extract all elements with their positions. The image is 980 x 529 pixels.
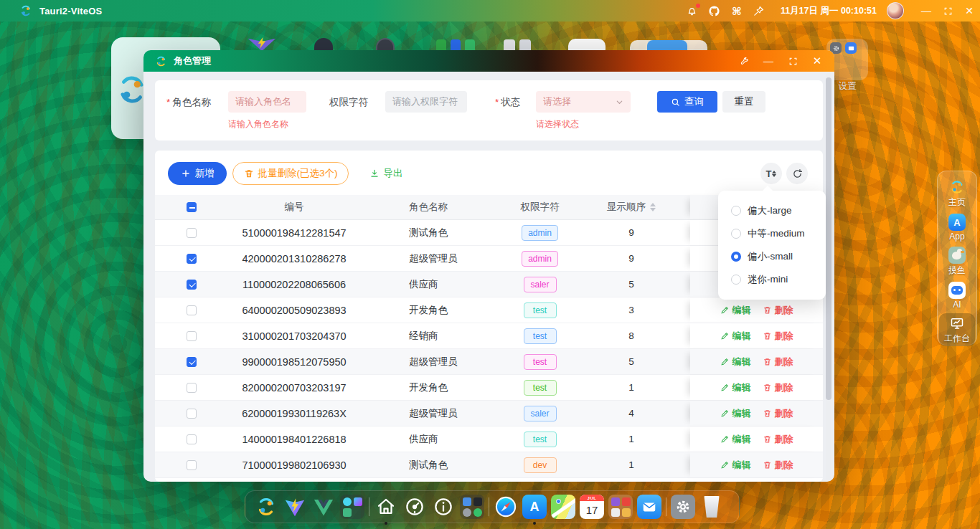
status-select[interactable]: 请选择 [536,91,631,113]
delete-button[interactable]: 删除 [763,433,793,446]
calendar-dock-icon[interactable]: JUL 17 [580,495,604,519]
role-name-input[interactable]: 请输入角色名 [228,91,306,113]
sidebar-item-app[interactable]: A App [939,212,975,243]
devtools-wrench-icon[interactable] [737,54,751,68]
batch-delete-button[interactable]: 批量删除(已选3个) [232,162,349,185]
pin-icon[interactable] [753,4,765,17]
desktop-icon[interactable] [647,40,687,50]
info-dock-icon[interactable] [431,495,456,519]
mail-dock-icon[interactable] [637,495,661,519]
row-checkbox[interactable] [187,305,197,315]
menu-item-small[interactable]: 偏小-small [718,245,826,268]
refresh-button[interactable] [786,163,808,184]
perm-char-input[interactable]: 请输入权限字符 [385,91,467,113]
header-id[interactable]: 编号 [215,201,373,214]
add-button[interactable]: 新增 [168,162,227,185]
row-checkbox[interactable] [187,460,197,470]
delete-button[interactable]: 删除 [763,407,793,420]
header-order[interactable]: 显示顺序 [585,201,678,214]
delete-button[interactable]: 删除 [763,459,793,472]
export-button[interactable]: 导出 [363,162,409,185]
window-titlebar[interactable]: 角色管理 — ✕ [143,50,834,72]
edit-button[interactable]: 编辑 [720,330,751,343]
table-row[interactable]: 140000198401226818 供应商 test 1 编辑删除 [155,426,823,452]
desktop-icon[interactable] [451,39,461,50]
status-select-value: 请选择 [543,95,571,108]
tauri-dock-icon[interactable] [254,495,278,519]
sidebar-item-moyu[interactable]: 摸鱼 [939,245,975,278]
home-dock-icon[interactable] [374,495,398,519]
table-row[interactable]: 710000199802106930 测试角色 dev 1 编辑删除 [155,452,823,478]
search-button[interactable]: 查询 [657,91,717,113]
delete-button[interactable]: 删除 [763,304,793,317]
users-desktop-icon[interactable] [504,39,515,50]
row-checkbox[interactable] [187,357,197,367]
delete-button[interactable]: 删除 [763,330,793,343]
window-maximize-button[interactable] [786,54,800,68]
sidebar-item-home[interactable]: 主页 [939,177,975,210]
window-title: 角色管理 [174,54,211,67]
dev-apps-group-icon[interactable] [340,495,364,519]
user-avatar[interactable] [887,2,904,19]
vue-dock-icon[interactable] [311,495,336,519]
dashboard-dock-icon[interactable] [402,495,427,519]
window-scrollbar[interactable] [826,73,831,480]
row-checkbox[interactable] [187,280,197,290]
sidebar-item-ai[interactable]: AI [939,280,975,311]
table-row[interactable]: 820000200703203197 开发角色 test 1 编辑删除 [155,375,823,401]
select-all-checkbox[interactable] [187,202,197,212]
monitor-icon [948,315,966,332]
row-checkbox[interactable] [187,409,197,419]
row-checkbox[interactable] [187,228,197,238]
font-size-button[interactable]: T [760,163,782,184]
table-row[interactable]: 640000200509023893 开发角色 test 3 编辑删除 [155,297,823,323]
notifications-bell-icon[interactable] [686,4,699,17]
app-store-dock-icon[interactable]: A [522,495,547,519]
vite-dock-icon[interactable] [283,495,307,519]
vite-desktop-icon[interactable] [247,37,277,50]
minimize-button[interactable]: — [915,0,937,22]
edit-button[interactable]: 编辑 [720,381,751,394]
command-icon[interactable]: ⌘ [730,4,743,17]
trash-dock-icon[interactable] [699,495,724,519]
users-desktop-icon[interactable] [519,39,531,50]
chevron-down-icon [616,98,623,106]
media-apps-group-icon[interactable] [608,495,633,519]
edit-button[interactable]: 编辑 [720,356,751,368]
desktop-icon[interactable] [436,39,446,50]
delete-button[interactable]: 删除 [763,381,793,394]
safari-dock-icon[interactable] [494,495,518,519]
edit-button[interactable]: 编辑 [720,407,751,420]
utility-apps-group-icon[interactable] [460,495,484,519]
sidebar-item-workbench[interactable]: 工作台 [939,313,975,346]
clock[interactable]: 11月17日 周一 00:10:51 [781,5,877,17]
close-button[interactable]: ✕ [958,0,980,22]
scrollbar-thumb[interactable] [826,77,831,400]
table-row[interactable]: 62000019930119263X 超级管理员 saler 4 编辑删除 [155,401,823,426]
github-icon[interactable] [708,4,721,17]
row-checkbox[interactable] [187,383,197,393]
delete-button[interactable]: 删除 [763,356,793,368]
edit-button[interactable]: 编辑 [720,304,751,317]
row-checkbox[interactable] [187,434,197,444]
edit-button[interactable]: 编辑 [720,433,751,446]
settings-dock-icon[interactable] [671,495,695,519]
header-name[interactable]: 角色名称 [373,201,495,214]
table-row[interactable]: 310000201703204370 经销商 test 8 编辑删除 [155,323,823,349]
header-perm[interactable]: 权限字符 [495,201,585,214]
window-minimize-button[interactable]: — [761,54,776,68]
window-close-button[interactable]: ✕ [810,54,824,68]
maps-dock-icon[interactable] [551,495,575,519]
menu-item-medium[interactable]: 中等-medium [718,222,826,245]
sort-icon[interactable] [650,203,656,211]
reset-button[interactable]: 重置 [722,91,765,113]
table-row[interactable]: 990000198512075950 超级管理员 test 5 编辑删除 [155,349,823,375]
fullscreen-button[interactable] [937,0,958,22]
menu-item-large[interactable]: 偏大-large [718,199,826,222]
menu-item-mini[interactable]: 迷你-mini [718,268,826,291]
desktop-icon[interactable] [568,39,606,50]
row-checkbox[interactable] [187,254,197,264]
row-checkbox[interactable] [187,331,197,341]
edit-button[interactable]: 编辑 [720,459,751,472]
desktop-icon[interactable] [465,39,475,50]
